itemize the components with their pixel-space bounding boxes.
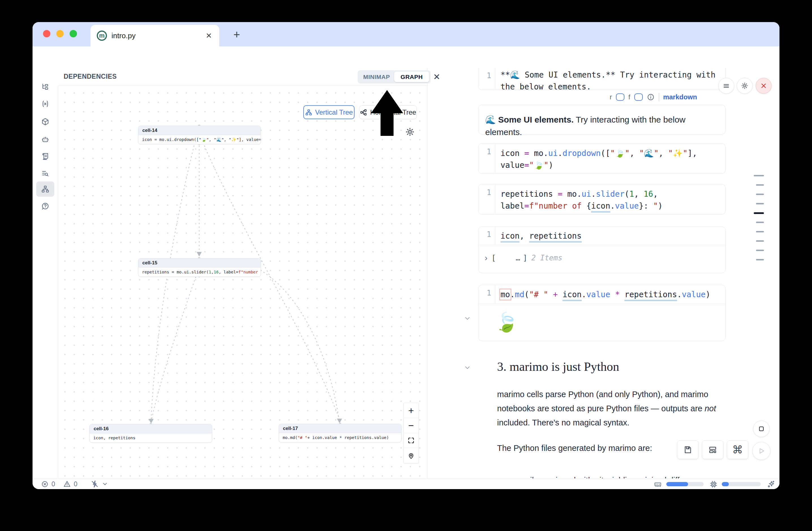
graph-edges [58, 85, 427, 478]
graph-settings-gear-icon[interactable] [405, 127, 415, 137]
window-zoom-button[interactable] [70, 30, 77, 37]
layout-toggle-button[interactable] [702, 441, 723, 459]
ellipsis: … [516, 254, 520, 262]
line-number: 1 [478, 227, 495, 245]
cell-minimap[interactable] [754, 175, 765, 274]
items-count-label: 2 Items [531, 254, 563, 262]
minimap-bar[interactable] [756, 240, 764, 242]
expand-caret-icon[interactable]: › [485, 253, 488, 263]
dependencies-panel: DEPENDENCIES MINIMAP GRAPH ✕ [58, 68, 427, 478]
f-toggle-checkbox[interactable] [634, 94, 643, 101]
markdown-language-label[interactable]: markdown [663, 93, 697, 101]
code-line: mo.md("# " + icon.value * repetitions.va… [501, 289, 710, 301]
sidebar-item-logs[interactable] [36, 166, 54, 181]
minimap-bar[interactable] [756, 221, 764, 223]
sidebar-item-snippets[interactable] [36, 148, 54, 164]
code-line: label=f"number of {icon.value}: ") [501, 200, 663, 212]
browser-window: m intro.py ✕ + localhost:2718 Guest ⋮ [32, 22, 780, 489]
browser-toolbar: localhost:2718 Guest ⋮ [32, 46, 780, 68]
node-title: cell-16 [90, 424, 212, 433]
sidebar-item-variables[interactable] [36, 96, 54, 112]
tuple-output-row[interactable]: › [ … ] 2 Items [478, 245, 725, 263]
minimap-bar[interactable] [754, 175, 764, 176]
code-cell-tuple[interactable]: 1 icon, repetitions › [ … ] 2 Items [478, 227, 726, 273]
ram-usage-bar [666, 482, 704, 486]
tab-close-icon[interactable]: ✕ [206, 31, 212, 40]
chevron-down-icon[interactable] [102, 481, 108, 487]
panel-title: DEPENDENCIES [64, 73, 117, 81]
section-chevron-icon[interactable] [464, 364, 471, 371]
menu-handle-button[interactable] [719, 78, 734, 94]
minimap-bar[interactable] [756, 193, 764, 195]
node-title: cell-14 [139, 126, 261, 135]
new-tab-icon[interactable]: + [233, 28, 240, 41]
shutdown-x-icon [760, 82, 767, 89]
code-line: the below elements. [501, 81, 715, 93]
graph-canvas[interactable]: Vertical Tree Horizontal Tree cell-14 ic… [58, 85, 427, 478]
notebook-settings-button[interactable] [737, 78, 753, 94]
zoom-out-icon[interactable]: − [404, 418, 418, 433]
node-code: icon, repetitions [90, 433, 212, 442]
save-icon [683, 445, 692, 454]
horizontal-tree-button[interactable]: Horizontal Tree [359, 105, 417, 119]
window-close-button[interactable] [43, 30, 50, 37]
sidebar-item-packages[interactable] [36, 114, 54, 129]
md-cell-editor[interactable]: 1 **🌊 Some UI elements.** Try interactin… [478, 68, 726, 90]
menu-handle-icon [722, 82, 730, 90]
graph-zoom-controls: + − [404, 403, 419, 463]
shortcuts-button[interactable]: ⌘ [727, 441, 748, 459]
minimap-bar[interactable] [756, 250, 764, 251]
vertical-tree-icon [305, 109, 313, 116]
code-line: repetitions = mo.ui.slider(1, 16, [501, 188, 663, 200]
minimap-bar-active[interactable] [754, 212, 764, 214]
sidebar-item-dependency-graph[interactable] [36, 182, 54, 197]
ai-sparkle-icon[interactable] [766, 480, 775, 489]
minimap-bar[interactable] [756, 184, 764, 186]
sidebar-item-help[interactable] [36, 198, 54, 214]
window-minimize-button[interactable] [56, 30, 64, 37]
warnings-icon[interactable] [63, 480, 71, 488]
node-code: icon = mo.ui.dropdown(["🍃", "🌊", "✨"], v… [139, 135, 261, 144]
tab-graph[interactable]: GRAPH [394, 72, 429, 82]
errors-icon[interactable] [41, 480, 49, 488]
scroll-target-button[interactable] [753, 421, 770, 437]
graph-node-cell-15[interactable]: cell-15 repetitions = mo.ui.slider(1, 16… [138, 258, 261, 277]
cpu-chip-icon [709, 480, 718, 489]
focus-pin-icon[interactable] [404, 448, 418, 463]
zoom-in-icon[interactable]: + [404, 403, 418, 418]
collapse-chevron-icon[interactable] [464, 315, 471, 322]
node-title: cell-15 [139, 258, 261, 268]
sidebar-item-file-tree[interactable] [36, 79, 54, 95]
shutdown-button[interactable] [756, 78, 771, 94]
layout-grid-icon [708, 445, 717, 454]
browser-tab[interactable]: m intro.py ✕ [90, 25, 219, 46]
code-cell-slider[interactable]: 1 repetitions = mo.ui.slider(1, 16, labe… [478, 184, 726, 215]
fit-view-icon[interactable] [404, 433, 418, 448]
graph-node-cell-14[interactable]: cell-14 icon = mo.ui.dropdown(["🍃", "🌊",… [138, 126, 261, 144]
marimo-app: DEPENDENCIES MINIMAP GRAPH ✕ [32, 68, 780, 489]
code-line: **🌊 Some UI elements.** Try interacting … [501, 69, 715, 81]
md-cell-toolbar: r f markdown [610, 93, 697, 101]
code-cell-momd[interactable]: 1 mo.md("# " + icon.value * repetitions.… [478, 285, 726, 341]
panel-close-icon[interactable]: ✕ [433, 72, 440, 82]
bracket-open: [ [491, 254, 496, 262]
save-button[interactable] [677, 441, 698, 459]
warnings-count: 0 [74, 480, 77, 488]
minimap-bar[interactable] [756, 259, 764, 260]
code-cell-dropdown[interactable]: 1 icon = mo.ui.dropdown(["🍃", "🌊", "✨"],… [478, 143, 726, 174]
dependencies-header: DEPENDENCIES MINIMAP GRAPH ✕ [58, 68, 427, 86]
minimap-bar[interactable] [756, 203, 764, 204]
autorun-disabled-icon[interactable] [90, 480, 99, 488]
code-line: value="🍃") [501, 159, 697, 171]
graph-node-cell-16[interactable]: cell-16 icon, repetitions [89, 424, 212, 443]
minimap-bar[interactable] [756, 231, 764, 232]
run-all-button[interactable] [752, 442, 770, 460]
info-icon[interactable] [647, 93, 655, 101]
vertical-tree-button[interactable]: Vertical Tree [303, 105, 354, 119]
r-toggle-checkbox[interactable] [616, 94, 624, 101]
graph-node-cell-17[interactable]: cell-17 mo.md("# " + icon.value * repeti… [279, 424, 402, 442]
tab-strip: m intro.py ✕ + [32, 22, 780, 46]
sidebar-item-ai-assistant[interactable] [36, 132, 54, 147]
section-heading: 3. marimo is just Python [497, 359, 619, 374]
tab-minimap[interactable]: MINIMAP [359, 72, 394, 82]
